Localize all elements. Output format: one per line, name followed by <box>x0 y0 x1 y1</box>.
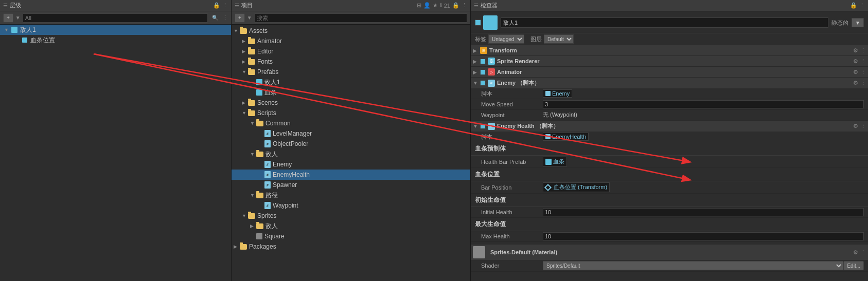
enemy-script-label: Enemy <box>273 161 292 168</box>
static-dropdown-button[interactable]: ▼ <box>852 18 864 27</box>
common-folder[interactable]: ▼ Common <box>232 118 470 128</box>
packages-label: Packages <box>249 243 276 250</box>
enemy-script[interactable]: # Enemy <box>232 159 470 170</box>
enemy-script-ref[interactable]: Enemy <box>543 89 572 98</box>
hierarchy-child-item[interactable]: 血条位置 <box>0 35 231 45</box>
object-preview-cube <box>483 15 498 30</box>
sprites-folder[interactable]: ▼ Sprites <box>232 211 470 221</box>
project-add-button[interactable]: + <box>235 13 245 23</box>
assets-folder[interactable]: ▼ Assets <box>232 26 470 36</box>
sprite-enabled-checkbox[interactable] <box>480 59 486 64</box>
packages-folder-icon <box>240 244 247 250</box>
search-icon: 🔍 <box>212 15 218 21</box>
health-bar-prefab-ref-icon <box>545 159 552 165</box>
material-menu-icon: ⋮ <box>860 249 866 256</box>
project-icon-1: ⊞ <box>417 2 421 9</box>
enemyhealth-script-ref-icon <box>545 134 551 139</box>
scripts-expand-icon: ▼ <box>242 110 248 116</box>
cube-icon <box>10 26 19 34</box>
scenes-folder[interactable]: ▶ Scenes <box>232 98 470 108</box>
enemy-gear-icon: ⚙ <box>853 80 858 86</box>
max-health-field-row: Max Health <box>471 231 868 242</box>
hierarchy-add-button[interactable]: + <box>3 13 13 23</box>
transform-component-title: Transform <box>489 47 851 53</box>
animator-enabled-checkbox[interactable] <box>480 69 486 75</box>
path-folder[interactable]: ▼ 路径 <box>232 190 470 200</box>
bar-position-label: Bar Position <box>481 184 543 191</box>
inspector-lock-icon: 🔒 <box>850 2 857 9</box>
levelmanager-script[interactable]: # LevelManager <box>232 128 470 139</box>
spawner-script[interactable]: # Spawner <box>232 180 470 190</box>
hierarchy-root-item[interactable]: ▼ 敌人1 <box>0 25 231 35</box>
project-icon-4: ℹ <box>440 2 442 9</box>
enemyhealth-script[interactable]: # EnemyHealth <box>232 170 470 180</box>
enemy-health-gear-icon: ⚙ <box>853 123 858 129</box>
healthbar-prefab[interactable]: 血条 <box>232 87 470 98</box>
fonts-expand-icon: ▶ <box>242 59 248 64</box>
enemy-health-component-header[interactable]: ▼ # Enemy Health （脚本） ⚙ ⋮ <box>471 120 868 132</box>
material-component-header[interactable]: Sprites-Default (Material) ⚙ ⋮ <box>471 244 868 260</box>
object-active-checkbox[interactable] <box>475 20 481 26</box>
enemy-folder-expand-icon: ▼ <box>250 152 256 157</box>
enemy-health-expand-icon: ▼ <box>473 123 478 129</box>
inspector-panel: ☰ 检查器 🔒 ⋮ 静态的 ▼ 标签 Untagged 图层 Default <box>471 0 868 281</box>
animator-folder[interactable]: ▶ Animator <box>232 36 470 46</box>
objectpooler-script[interactable]: # ObjectPooler <box>232 139 470 149</box>
object-name-input[interactable] <box>501 17 828 28</box>
bar-position-transform-icon <box>544 183 552 191</box>
enemy-script-label: 脚本 <box>481 90 543 98</box>
scenes-expand-icon: ▶ <box>242 100 248 105</box>
waypoint-field-row: Waypoint 无 (Waypoint) <box>471 110 868 120</box>
bar-position-ref[interactable]: 血条位置 (Transform) <box>543 182 610 192</box>
sprite-expand-icon: ▶ <box>473 59 478 64</box>
max-health-input[interactable] <box>543 232 864 240</box>
enemy-component-icon: # <box>488 80 495 87</box>
scripts-folder[interactable]: ▼ Scripts <box>232 108 470 118</box>
layer-select[interactable]: Default <box>544 34 574 44</box>
tag-select[interactable]: Untagged <box>488 34 524 44</box>
common-label: Common <box>265 120 291 127</box>
square-sprite[interactable]: Square <box>232 231 470 241</box>
health-bar-prefab-field-row: Health Bar Prefab 血条 <box>471 156 868 168</box>
prefabs-folder[interactable]: ▼ Prefabs <box>232 67 470 77</box>
health-bar-prefab-ref[interactable]: 血条 <box>543 157 567 166</box>
enemy-health-enabled-checkbox[interactable] <box>480 123 486 129</box>
health-bar-prefab-ref-name: 血条 <box>553 158 564 165</box>
shader-edit-button[interactable]: Edit... <box>843 261 864 270</box>
packages-folder[interactable]: ▶ Packages <box>232 241 470 252</box>
move-speed-input[interactable] <box>543 100 864 108</box>
health-bar-prefab-section-label: 血条预制体 <box>475 145 506 152</box>
enemy-component-header[interactable]: ▼ # Enemy （脚本） ⚙ ⋮ <box>471 77 868 88</box>
animator-component-header[interactable]: ▶ ▷ Animator ⚙ ⋮ <box>471 66 868 77</box>
sprite-renderer-component-header[interactable]: ▶ 🖼 Sprite Renderer ⚙ ⋮ <box>471 55 868 66</box>
editor-folder[interactable]: ▶ Editor <box>232 46 470 57</box>
enemy-script-field-row: 脚本 Enemy <box>471 88 868 99</box>
enemy1-prefab[interactable]: 敌人1 <box>232 77 470 87</box>
hierarchy-child-label: 血条位置 <box>30 36 55 45</box>
project-search-input[interactable] <box>254 13 467 23</box>
prefabs-label: Prefabs <box>257 68 278 76</box>
sprite-gear-icon: ⚙ <box>853 58 858 65</box>
sprites-expand-icon: ▼ <box>242 213 248 218</box>
enemy-health-menu-icon: ⋮ <box>860 123 866 129</box>
initial-health-label: Initial Health <box>481 209 543 215</box>
enemyhealth-script-ref[interactable]: EnemyHealth <box>543 133 589 141</box>
shader-select[interactable]: Sprites/Default <box>543 261 843 270</box>
fonts-folder[interactable]: ▶ Fonts <box>232 57 470 67</box>
transform-component-header[interactable]: ▶ ⊞ Transform ⚙ ⋮ <box>471 45 868 55</box>
assets-folder-icon <box>240 28 247 34</box>
animator-menu-icon: ⋮ <box>860 69 866 76</box>
enemy-sprites-folder[interactable]: ▶ 敌人 <box>232 221 470 231</box>
enemy-sprites-expand-icon: ▶ <box>250 223 256 229</box>
common-folder-icon <box>256 121 263 126</box>
enemy-enabled-checkbox[interactable] <box>480 80 486 86</box>
objectpooler-label: ObjectPooler <box>273 140 308 147</box>
initial-health-section: 初始生命值 <box>471 194 868 207</box>
editor-folder-icon <box>248 49 255 54</box>
enemy-folder[interactable]: ▼ 敌人 <box>232 149 470 159</box>
waypoint-script[interactable]: # Waypoint <box>232 200 470 211</box>
hierarchy-title: 层级 <box>10 2 21 9</box>
hierarchy-search-input[interactable] <box>23 13 208 23</box>
initial-health-input[interactable] <box>543 208 864 216</box>
levelmanager-script-icon: # <box>264 130 271 137</box>
